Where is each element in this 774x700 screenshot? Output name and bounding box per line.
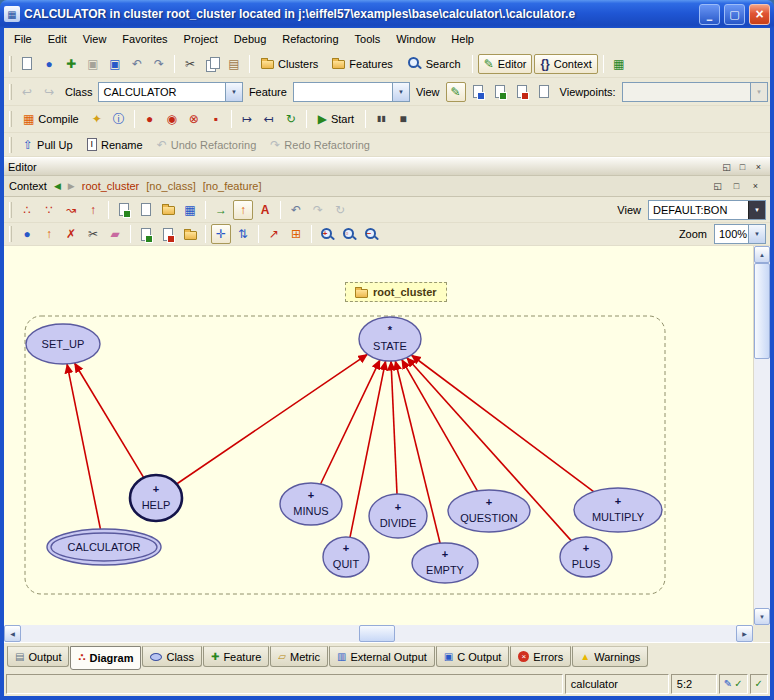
- zoom-combo-arrow-icon[interactable]: ▼: [748, 225, 765, 243]
- external-commands-icon[interactable]: ▦: [609, 54, 629, 74]
- inheritance-link-tool-icon[interactable]: ↑: [83, 200, 103, 220]
- diagram-view-arrow-icon[interactable]: ▼: [748, 201, 765, 219]
- viewpoints-combobox[interactable]: ▼: [622, 82, 768, 102]
- context-cluster[interactable]: root_cluster: [82, 180, 139, 192]
- bring-to-front-icon[interactable]: [136, 224, 156, 244]
- open-cluster-icon[interactable]: [158, 200, 178, 220]
- step-into-icon[interactable]: ↦: [237, 109, 257, 129]
- features-button[interactable]: Features: [326, 54, 398, 74]
- maximize-pane-icon[interactable]: □: [735, 160, 750, 174]
- maximize-button[interactable]: ▢: [724, 4, 745, 25]
- class-tool-icon[interactable]: ∴: [17, 200, 37, 220]
- redo-icon[interactable]: ↷: [149, 54, 169, 74]
- class-figure-multiply[interactable]: +MULTIPLY: [574, 488, 662, 532]
- class-figure-calculator[interactable]: CALCULATOR: [47, 529, 161, 565]
- class-figure-divide[interactable]: +DIVIDE: [369, 494, 427, 538]
- add-class-figure-icon[interactable]: ⊞: [286, 224, 306, 244]
- pull-up-button[interactable]: ⇧ Pull Up: [17, 135, 79, 155]
- class-view-grid-icon[interactable]: ▦: [180, 200, 200, 220]
- menu-refactoring[interactable]: Refactoring: [274, 30, 346, 48]
- menu-help[interactable]: Help: [443, 30, 482, 48]
- undo-icon[interactable]: ↶: [127, 54, 147, 74]
- horizontal-scrollbar[interactable]: ◀ ▶: [4, 625, 753, 642]
- redo-refactoring-button[interactable]: ↷ Redo Refactoring: [264, 135, 376, 155]
- open-project-icon[interactable]: ●: [39, 54, 59, 74]
- run-ignore-breakpoints-icon[interactable]: ◉: [162, 109, 182, 129]
- step-out-icon[interactable]: ↤: [259, 109, 279, 129]
- scroll-left-button[interactable]: ◀: [4, 625, 21, 642]
- history-forward-icon[interactable]: ↪: [39, 82, 59, 102]
- float-context-icon[interactable]: ◱: [710, 179, 725, 193]
- context-forward-icon[interactable]: ▶: [68, 181, 75, 191]
- delete-figure-icon[interactable]: ✗: [61, 224, 81, 244]
- physics-layout-icon[interactable]: ●: [17, 224, 37, 244]
- run-icon[interactable]: ●: [140, 109, 160, 129]
- scroll-up-button[interactable]: ▲: [754, 246, 770, 263]
- disable-breakpoints-icon[interactable]: ⊗: [184, 109, 204, 129]
- feature-combo-arrow-icon[interactable]: ▼: [392, 83, 409, 101]
- diagram-canvas[interactable]: SET_UP*STATE+HELPCALCULATOR+MINUS+QUIT+D…: [4, 246, 753, 625]
- inheritance-link-help-state[interactable]: [177, 354, 368, 484]
- horizontal-scroll-thumb[interactable]: [359, 625, 395, 642]
- stop-icon[interactable]: ■: [393, 109, 413, 129]
- context-toggle-button[interactable]: {} Context: [534, 54, 597, 74]
- finalize-key-icon[interactable]: ✦: [87, 109, 107, 129]
- diagram-refresh-icon[interactable]: ↻: [330, 200, 350, 220]
- paste-icon[interactable]: ▤: [224, 54, 244, 74]
- tab-external-output[interactable]: ▥External Output: [329, 646, 435, 667]
- class-figure-quit[interactable]: +QUIT: [323, 537, 369, 577]
- clickable-view-button[interactable]: [490, 82, 510, 102]
- class-figure-state[interactable]: *STATE: [359, 317, 421, 361]
- inheritance-link-calculator-set_up[interactable]: [67, 364, 100, 529]
- close-pane-icon[interactable]: ×: [751, 160, 766, 174]
- class-figure-minus[interactable]: +MINUS: [280, 483, 342, 525]
- project-info-icon[interactable]: ⓘ: [109, 109, 129, 129]
- zoom-fit-icon[interactable]: ▫: [339, 224, 359, 244]
- horizontal-scroll-track[interactable]: [21, 625, 736, 642]
- menu-file[interactable]: File: [6, 30, 40, 48]
- save-all-icon[interactable]: ▣: [83, 54, 103, 74]
- tab-c-output[interactable]: ▣C Output: [436, 646, 509, 667]
- inheritance-link-question-state[interactable]: [402, 359, 478, 491]
- class-figure-empty[interactable]: +EMPTY: [412, 543, 478, 583]
- class-figure-help[interactable]: +HELP: [130, 475, 182, 521]
- go-to-target-icon[interactable]: →: [211, 200, 231, 220]
- inheritance-link-divide-state[interactable]: [391, 361, 397, 494]
- inheritance-depth-icon[interactable]: ↑: [39, 224, 59, 244]
- class-figure-question[interactable]: +QUESTION: [448, 490, 530, 532]
- feature-combobox[interactable]: ▼: [293, 82, 410, 102]
- add-class-icon[interactable]: ✚: [61, 54, 81, 74]
- cut-icon[interactable]: ✂: [180, 54, 200, 74]
- rename-button[interactable]: I Rename: [81, 135, 149, 155]
- interface-view-button[interactable]: [534, 82, 554, 102]
- tab-metric[interactable]: ▱Metric: [270, 646, 328, 667]
- diagram-view-combobox[interactable]: DEFAULT:BON ▼: [648, 200, 766, 220]
- toggle-labels-icon[interactable]: A: [255, 200, 275, 220]
- titlebar[interactable]: ▦ CALCULATOR in cluster root_cluster loc…: [0, 0, 774, 28]
- client-link-tool-icon[interactable]: ↝: [61, 200, 81, 220]
- diagram-redo-icon[interactable]: ↷: [308, 200, 328, 220]
- sort-figures-icon[interactable]: ⇅: [233, 224, 253, 244]
- class-figure-plus[interactable]: +PLUS: [560, 537, 612, 577]
- menu-tools[interactable]: Tools: [347, 30, 389, 48]
- class-combo-arrow-icon[interactable]: ▼: [225, 83, 242, 101]
- start-button[interactable]: ▶ Start: [312, 109, 360, 129]
- class-figure-set_up[interactable]: SET_UP: [26, 324, 100, 364]
- zoom-in-icon[interactable]: +: [317, 224, 337, 244]
- print-diagram-icon[interactable]: [136, 200, 156, 220]
- diagram-svg[interactable]: SET_UP*STATE+HELPCALCULATOR+MINUS+QUIT+D…: [4, 246, 753, 625]
- close-context-icon[interactable]: ×: [748, 179, 763, 193]
- compile-button[interactable]: ▦ Compile: [17, 109, 85, 129]
- class-combobox[interactable]: CALCULATOR ▼: [98, 82, 242, 102]
- history-back-icon[interactable]: ↩: [17, 82, 37, 102]
- menu-view[interactable]: View: [75, 30, 115, 48]
- breakpoint-stop-icon[interactable]: ▪: [206, 109, 226, 129]
- menu-edit[interactable]: Edit: [40, 30, 75, 48]
- vertical-scroll-track[interactable]: [754, 263, 770, 608]
- menu-window[interactable]: Window: [388, 30, 443, 48]
- menu-debug[interactable]: Debug: [226, 30, 274, 48]
- editor-toggle-button[interactable]: ✎ Editor: [478, 54, 533, 74]
- search-button[interactable]: Search: [401, 54, 467, 74]
- new-file-icon[interactable]: [17, 54, 37, 74]
- float-pane-icon[interactable]: ◱: [719, 160, 734, 174]
